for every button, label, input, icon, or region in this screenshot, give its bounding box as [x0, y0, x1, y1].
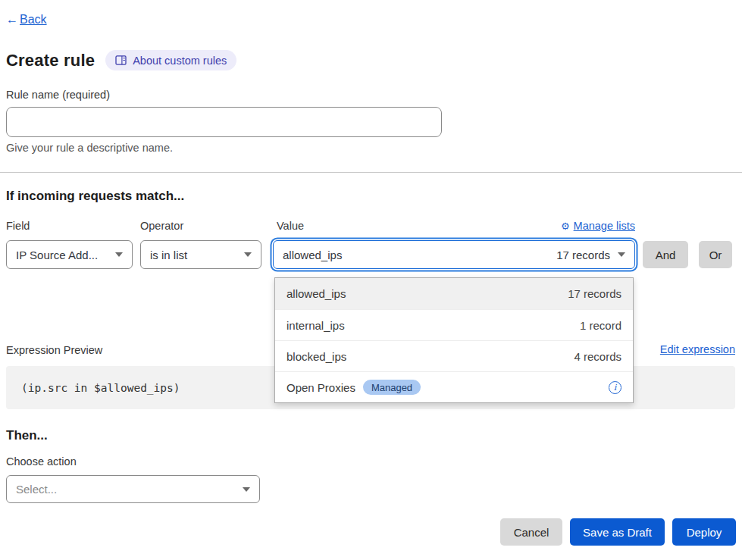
chevron-down-icon: [244, 252, 252, 257]
choose-action-label: Choose action: [6, 455, 77, 468]
list-record-count: 4 records: [574, 350, 621, 363]
action-select[interactable]: Select...: [6, 475, 260, 503]
operator-label: Operator: [140, 220, 183, 232]
expression-code: (ip.src in $allowed_ips): [21, 382, 180, 394]
chevron-down-icon: [115, 252, 123, 257]
rule-name-helper-text: Give your rule a descriptive name.: [6, 142, 173, 154]
value-select-value: allowed_ips: [283, 249, 342, 261]
or-button[interactable]: Or: [699, 241, 732, 268]
list-name: blocked_ips: [286, 350, 346, 363]
action-select-placeholder: Select...: [16, 483, 57, 496]
dropdown-item-allowed-ips[interactable]: allowed_ips 17 records: [275, 278, 633, 309]
list-name: Open Proxies: [286, 381, 355, 394]
value-select-records: 17 records: [556, 249, 610, 261]
back-link[interactable]: ←Back: [6, 13, 47, 27]
then-section-heading: Then...: [6, 428, 48, 443]
managed-badge: Managed: [363, 380, 421, 395]
list-record-count: 17 records: [568, 287, 621, 300]
and-button[interactable]: And: [643, 241, 688, 268]
expression-preview-label: Expression Preview: [6, 344, 102, 356]
manage-lists-link[interactable]: ⚙ Manage lists: [273, 220, 635, 232]
value-dropdown-menu: allowed_ips 17 records internal_ips 1 re…: [274, 277, 634, 403]
back-label: Back: [20, 13, 47, 27]
field-select[interactable]: IP Source Add...: [6, 240, 133, 269]
deploy-button[interactable]: Deploy: [672, 518, 736, 546]
chevron-down-icon: [618, 252, 625, 257]
manage-lists-label: Manage lists: [574, 220, 635, 232]
rule-name-input[interactable]: [6, 107, 442, 137]
chevron-down-icon: [243, 487, 250, 492]
info-icon[interactable]: i: [609, 381, 621, 394]
about-custom-rules-link[interactable]: About custom rules: [105, 50, 236, 70]
gear-icon: ⚙: [561, 221, 570, 231]
edit-expression-label: Edit expression: [660, 343, 735, 355]
back-arrow-icon: ←: [6, 13, 18, 27]
list-record-count: 1 record: [580, 319, 621, 332]
field-label: Field: [6, 220, 30, 232]
dropdown-item-internal-ips[interactable]: internal_ips 1 record: [275, 309, 633, 340]
dropdown-item-open-proxies[interactable]: Open Proxies Managed i: [275, 371, 633, 402]
page-title: Create rule: [6, 51, 95, 70]
create-rule-page: ←Back Create rule About custom rules Rul…: [0, 0, 742, 560]
save-as-draft-button[interactable]: Save as Draft: [570, 518, 665, 546]
operator-select[interactable]: is in list: [140, 240, 261, 269]
about-custom-rules-label: About custom rules: [133, 55, 227, 67]
list-name: internal_ips: [286, 319, 345, 332]
operator-select-value: is in list: [150, 249, 187, 261]
cancel-button[interactable]: Cancel: [500, 518, 562, 546]
dropdown-item-blocked-ips[interactable]: blocked_ips 4 records: [275, 340, 633, 371]
title-row: Create rule About custom rules: [6, 50, 236, 70]
list-name: allowed_ips: [286, 287, 346, 300]
rule-name-label: Rule name (required): [6, 89, 110, 101]
book-icon: [115, 55, 127, 65]
section-divider: [0, 172, 742, 173]
match-section-heading: If incoming requests match...: [6, 189, 184, 204]
value-select[interactable]: allowed_ips 17 records: [273, 240, 635, 269]
field-select-value: IP Source Add...: [16, 249, 98, 261]
